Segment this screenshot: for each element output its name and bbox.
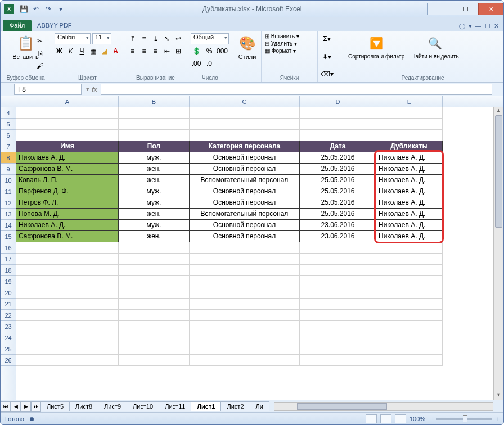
row-header[interactable]: 13 — [1, 209, 16, 220]
cell[interactable]: Николаев А. Д. — [376, 231, 443, 242]
cell[interactable] — [376, 355, 443, 366]
format-painter-icon[interactable]: 🖌 — [34, 60, 46, 71]
cell[interactable] — [190, 254, 300, 265]
sheet-next-icon[interactable]: ▶ — [21, 401, 31, 412]
cell[interactable] — [190, 130, 300, 141]
name-box[interactable]: F8 — [14, 84, 82, 95]
row-header[interactable]: 26 — [1, 355, 16, 366]
cell[interactable]: Коваль Л. П. — [16, 175, 119, 186]
cell[interactable] — [190, 299, 300, 310]
help-icon[interactable]: ⓘ — [459, 22, 465, 31]
column-header[interactable]: C — [190, 96, 300, 107]
row-header[interactable]: 23 — [1, 321, 16, 332]
row-header[interactable]: 8 — [1, 152, 16, 164]
table-header-cell[interactable]: Имя — [16, 141, 119, 152]
sheet-tab[interactable]: Лист9 — [98, 401, 127, 411]
doc-restore-icon[interactable]: ☐ — [485, 22, 490, 31]
row-header[interactable]: 4 — [1, 107, 16, 119]
cell[interactable] — [16, 265, 119, 276]
cell[interactable]: Николаев А. Д. — [376, 152, 443, 164]
qat-more-icon[interactable]: ▾ — [56, 4, 66, 14]
cell[interactable] — [119, 310, 190, 321]
cell[interactable]: жен. — [119, 175, 190, 186]
fill-color-button[interactable]: ◢ — [100, 46, 109, 57]
wrap-text-icon[interactable]: ↩ — [174, 33, 183, 44]
cell[interactable] — [300, 321, 376, 332]
cell[interactable]: 23.06.2016 — [300, 220, 376, 231]
row-header[interactable]: 19 — [1, 276, 16, 287]
row-header[interactable]: 22 — [1, 310, 16, 321]
cell[interactable] — [190, 276, 300, 287]
inc-decimal-icon[interactable]: .00 — [191, 58, 202, 69]
cell[interactable]: Вспомогательный персонал — [190, 209, 300, 220]
page-layout-view-button[interactable] — [380, 414, 392, 423]
cell[interactable] — [119, 355, 190, 366]
cell[interactable] — [300, 242, 376, 254]
cell[interactable] — [190, 119, 300, 130]
font-color-button[interactable]: А — [111, 46, 120, 57]
cell[interactable] — [190, 321, 300, 332]
cell[interactable] — [190, 310, 300, 321]
cell[interactable]: Николаев А. Д. — [376, 186, 443, 197]
format-cells-button[interactable]: ▦ Формат ▾ — [265, 48, 296, 54]
cell[interactable] — [119, 107, 190, 119]
redo-icon[interactable]: ↷ — [43, 4, 53, 14]
cell[interactable] — [16, 119, 119, 130]
cell[interactable] — [300, 332, 376, 343]
row-header[interactable]: 10 — [1, 175, 16, 186]
cut-icon[interactable]: ✂ — [34, 35, 46, 47]
dec-decimal-icon[interactable]: .0 — [204, 58, 215, 69]
cell[interactable]: Вспомогательный персонал — [190, 175, 300, 186]
cell[interactable]: 25.05.2016 — [300, 175, 376, 186]
cell[interactable] — [300, 343, 376, 355]
cell[interactable] — [376, 321, 443, 332]
zoom-slider[interactable] — [436, 418, 492, 420]
cell[interactable]: муж. — [119, 186, 190, 197]
row-header[interactable]: 6 — [1, 130, 16, 141]
cell[interactable] — [300, 299, 376, 310]
cell[interactable] — [376, 343, 443, 355]
maximize-button[interactable]: ☐ — [453, 3, 479, 15]
cell[interactable] — [16, 332, 119, 343]
ribbon-minimize-icon[interactable]: ▾ — [469, 22, 472, 31]
cell[interactable] — [16, 107, 119, 119]
close-button[interactable]: ✕ — [478, 3, 504, 15]
sheet-prev-icon[interactable]: ◀ — [11, 401, 21, 412]
row-header[interactable]: 21 — [1, 299, 16, 310]
namebox-dropdown-icon[interactable]: ▾ — [86, 85, 89, 93]
comma-icon[interactable]: 000 — [217, 46, 228, 57]
cell[interactable] — [300, 119, 376, 130]
vscroll-thumb[interactable] — [495, 115, 502, 228]
italic-button[interactable]: К — [66, 46, 75, 57]
cell[interactable] — [376, 254, 443, 265]
row-header[interactable]: 17 — [1, 254, 16, 265]
autosum-icon[interactable]: Σ▾ — [321, 33, 332, 44]
doc-minimize-icon[interactable]: — — [475, 22, 482, 31]
cell[interactable] — [300, 276, 376, 287]
sheet-first-icon[interactable]: ⏮ — [1, 401, 11, 412]
insert-cells-button[interactable]: ⊞ Вставить ▾ — [265, 33, 299, 39]
sheet-tab[interactable]: Ли — [250, 401, 269, 411]
row-header[interactable]: 7 — [1, 141, 16, 152]
cell[interactable]: Парфенов Д. Ф. — [16, 186, 119, 197]
cell[interactable] — [16, 242, 119, 254]
cell[interactable] — [16, 254, 119, 265]
cell[interactable] — [190, 242, 300, 254]
cell[interactable]: Основной персонал — [190, 231, 300, 242]
cell[interactable] — [376, 130, 443, 141]
styles-button[interactable]: 🎨 Стили — [237, 33, 258, 61]
cell[interactable] — [190, 332, 300, 343]
cell[interactable]: Сафронова В. М. — [16, 231, 119, 242]
row-header[interactable]: 12 — [1, 197, 16, 209]
row-header[interactable]: 24 — [1, 332, 16, 343]
cell[interactable]: Основной персонал — [190, 220, 300, 231]
align-top-icon[interactable]: ⤒ — [128, 33, 137, 44]
cell[interactable]: жен. — [119, 231, 190, 242]
cell[interactable] — [16, 276, 119, 287]
cell[interactable] — [190, 355, 300, 366]
sheet-tab[interactable]: Лист2 — [220, 401, 250, 411]
cell[interactable] — [119, 299, 190, 310]
cell[interactable] — [300, 287, 376, 299]
cell[interactable]: Попова М. Д. — [16, 209, 119, 220]
align-center-icon[interactable]: ≡ — [139, 46, 148, 57]
